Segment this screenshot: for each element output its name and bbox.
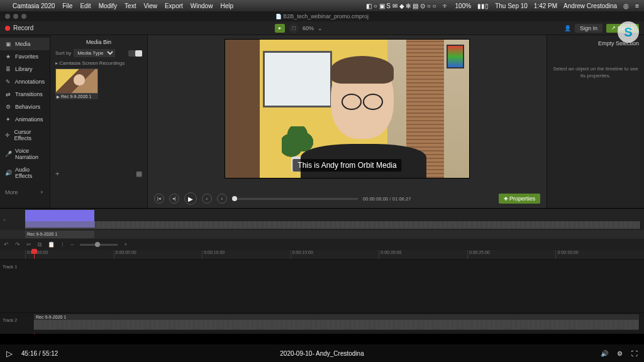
preview-scrubber[interactable] — [232, 198, 358, 200]
volume-icon[interactable]: 🔊 — [601, 350, 608, 357]
sidebar-item-behaviors[interactable]: ⚙Behaviors — [0, 101, 50, 113]
wifi-icon[interactable]: ᯤ — [443, 3, 449, 9]
next-clip-button[interactable]: › — [217, 194, 227, 204]
sort-select[interactable]: Media Type — [74, 49, 115, 57]
properties-panel: Empty Selection Select an object on the … — [547, 35, 644, 208]
media-bin: Media Bin Sort by Media Type ▸ Camtasia … — [50, 35, 148, 208]
outer-player-bar: ▷ 45:16 / 55:12 2020-09-10- Andy_Crestod… — [0, 344, 644, 362]
menu-file[interactable]: File — [62, 3, 72, 9]
preview-canvas[interactable]: This is Andy from Orbit Media — [148, 35, 547, 189]
cut-button[interactable]: ✂ — [26, 241, 31, 248]
track-2-label: Track 2 — [3, 318, 17, 322]
notif-icon[interactable]: ≡ — [635, 3, 639, 9]
redo-button[interactable]: ↷ — [15, 241, 20, 248]
marker-icon[interactable]: ◦ — [0, 216, 9, 223]
project-filename: B2B_tech_webinar_promo.cmproj — [275, 13, 369, 19]
view-toggle[interactable] — [128, 50, 142, 57]
battery-icon: ▮▮▯ — [477, 3, 489, 9]
record-button[interactable]: Record — [5, 25, 33, 31]
bin-folder[interactable]: ▸ Camtasia Screen Recordings — [55, 60, 142, 66]
menu-edit[interactable]: Edit — [80, 3, 91, 9]
signin-button[interactable]: Sign In — [575, 24, 602, 33]
menu-help[interactable]: Help — [220, 3, 233, 9]
window-titlebar: B2B_tech_webinar_promo.cmproj — [0, 11, 644, 21]
menu-modify[interactable]: Modify — [99, 3, 117, 9]
clip-thumbnail — [55, 69, 98, 94]
sidebar-item-favorites[interactable]: ★Favorites — [0, 50, 50, 63]
video-preview: This is Andy from Orbit Media — [225, 39, 470, 178]
outer-player-title: 2020-09-10- Andy_Crestodina — [280, 350, 364, 357]
timeline-overview[interactable]: ◦ — [0, 209, 644, 230]
sidebar-item-more[interactable]: More+ — [0, 186, 50, 199]
sidebar-item-library[interactable]: ≣Library — [0, 63, 50, 75]
settings-gear-icon[interactable]: ⚙ — [617, 350, 623, 357]
fullscreen-icon[interactable]: ⛶ — [631, 350, 638, 357]
sidebar-item-cursor-effects[interactable]: ✛Cursor Effects — [0, 126, 50, 145]
media-bin-title: Media Bin — [55, 39, 142, 45]
menu-export[interactable]: Export — [165, 3, 183, 9]
overview-waveform — [25, 221, 640, 229]
step-back-button[interactable]: ◂| — [169, 194, 179, 204]
paste-button[interactable]: 📋 — [48, 241, 55, 248]
zoom-out-button[interactable]: − — [70, 241, 74, 248]
timecode-display: 00:00:00;00 / 01:06;27 — [363, 197, 411, 201]
menubar-time: 1:42 PM — [534, 3, 557, 9]
play-button[interactable]: ▶ — [184, 192, 197, 205]
canvas-zoom[interactable]: 60% — [303, 25, 314, 31]
menubar-user[interactable]: Andrew Crestodina — [564, 3, 617, 9]
timeline-ruler[interactable]: 0:00:00:00 0:00:05:00 0:00:10:00 0:00:15… — [0, 250, 644, 259]
crop-tool-button[interactable]: ⬚ — [289, 23, 299, 33]
library-icon: ≣ — [5, 66, 11, 72]
track-2[interactable]: Track 2 Rec 9-9-2020 1 — [0, 312, 644, 330]
timeline-zoom-slider[interactable] — [80, 244, 118, 246]
video-caption: This is Andy from Orbit Media — [292, 159, 401, 172]
sidebar-item-voice-narration[interactable]: 🎤Voice Narration — [0, 145, 50, 163]
sidebar-item-annotations[interactable]: ✎Annotations — [0, 75, 50, 88]
behaviors-icon: ⚙ — [5, 104, 11, 110]
timeline-tools: ↶ ↷ ✂ ⧉ 📋 ⫶ − + — [0, 239, 644, 250]
properties-button[interactable]: Properties — [499, 194, 540, 204]
zoom-in-button[interactable]: + — [124, 241, 127, 248]
menu-window[interactable]: Window — [191, 3, 213, 9]
overview-clip-label[interactable]: Rec 9-9-2020 1 — [25, 231, 94, 238]
menu-text[interactable]: Text — [125, 3, 136, 9]
siri-icon[interactable]: ◎ — [623, 3, 629, 9]
app-toolbar: Record ▸ ⬚ 60% ⌄ 👤 Sign In Export — [0, 21, 644, 35]
animations-icon: ✦ — [5, 116, 11, 123]
traffic-lights[interactable] — [5, 14, 26, 19]
sidebar-item-audio-effects[interactable]: 🔊Audio Effects — [0, 163, 50, 182]
track-1[interactable]: Track 1 — [0, 259, 644, 277]
sidebar-item-media[interactable]: ▣Media — [0, 38, 50, 50]
mic-icon: 🎤 — [5, 151, 11, 157]
media-icon: ▣ — [5, 41, 11, 47]
clip-name: Rec 9-9-2020 1 — [55, 94, 98, 99]
annotations-icon: ✎ — [5, 79, 11, 85]
zoom-chevron-icon[interactable]: ⌄ — [318, 25, 323, 31]
skype-overlay-icon[interactable]: S — [618, 21, 639, 43]
transitions-icon: ⇄ — [5, 91, 11, 97]
add-media-button[interactable]: + — [55, 170, 59, 178]
transport-bar: |◂ ◂| ▶ ‹ › 00:00:00;00 / 01:06;27 Prope… — [148, 189, 547, 208]
menu-view[interactable]: View — [143, 3, 157, 9]
prev-clip-button[interactable]: |◂ — [154, 194, 164, 204]
bin-view-icon[interactable]: ▦ — [136, 170, 142, 178]
menubar-date: Thu Sep 10 — [495, 3, 528, 9]
plus-icon: + — [40, 189, 43, 195]
copy-button[interactable]: ⧉ — [38, 241, 42, 248]
record-icon — [5, 26, 10, 31]
sidebar-item-transitions[interactable]: ⇄Transitions — [0, 88, 50, 101]
outer-play-button[interactable]: ▷ — [6, 349, 13, 358]
select-tool-button[interactable]: ▸ — [275, 24, 285, 33]
menu-app[interactable]: Camtasia 2020 — [13, 3, 55, 9]
cursor-icon: ✛ — [5, 132, 11, 138]
split-button[interactable]: ⫶ — [61, 241, 64, 248]
undo-button[interactable]: ↶ — [4, 241, 9, 248]
sort-label: Sort by — [55, 50, 71, 56]
properties-empty-msg: Select an object on the timeline to see … — [552, 65, 639, 79]
track-2-clip[interactable]: Rec 9-9-2020 1 — [34, 314, 639, 329]
user-icon[interactable]: 👤 — [564, 25, 571, 31]
status-icons: ◧ ○ ▣ S ✉ ◆ ✻ ▤ ⊙ ○ ○ — [366, 3, 436, 9]
step-fwd-button[interactable]: ‹ — [202, 194, 212, 204]
sidebar-item-animations[interactable]: ✦Animations — [0, 113, 50, 126]
media-clip[interactable]: Rec 9-9-2020 1 — [55, 69, 98, 99]
